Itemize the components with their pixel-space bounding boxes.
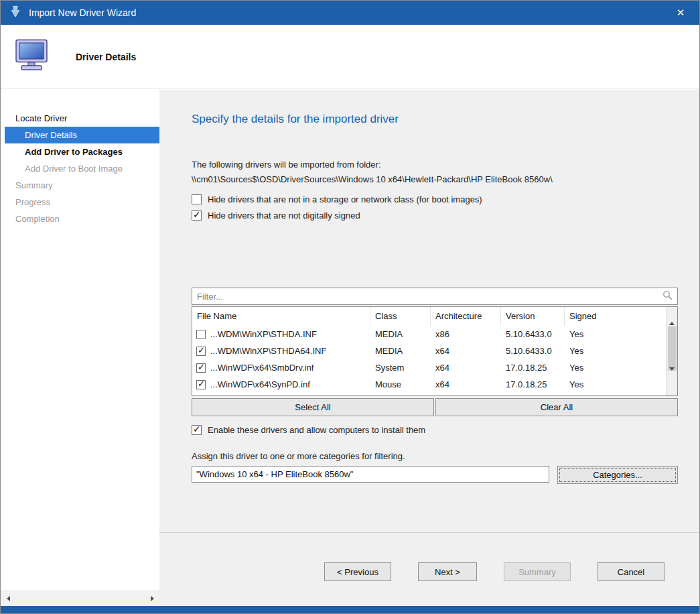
driver-row[interactable]: ...WinWDF\x64\SmbDrv.inf System x64 17.0… <box>192 359 666 376</box>
driver-file-name: ...WinWDF\x64\SmbDrv.inf <box>210 363 313 373</box>
driver-signed: Yes <box>565 363 666 373</box>
enable-drivers-checkbox[interactable] <box>192 425 202 435</box>
column-header-version[interactable]: Version <box>501 307 565 326</box>
driver-row-checkbox[interactable] <box>196 380 206 389</box>
driver-architecture: x64 <box>431 346 501 356</box>
enable-drivers-label: Enable these drivers and allow computers… <box>208 425 425 435</box>
wizard-header: Driver Details <box>1 25 699 89</box>
hide-unsigned-checkbox-row[interactable]: Hide drivers that are not digitally sign… <box>192 210 678 221</box>
categories-button[interactable]: Categories... <box>557 466 678 484</box>
driver-signed: Yes <box>565 329 666 339</box>
summary-button: Summary <box>504 562 571 581</box>
wizard-footer: < Previous Next > Summary Cancel <box>159 532 699 581</box>
close-icon[interactable]: ✕ <box>671 1 691 25</box>
select-all-button[interactable]: Select All <box>192 398 434 416</box>
hide-unsigned-label: Hide drivers that are not digitally sign… <box>208 210 360 221</box>
previous-button[interactable]: < Previous <box>324 562 391 581</box>
driver-class: MEDIA <box>370 346 431 356</box>
driver-row-checkbox[interactable] <box>196 330 206 339</box>
nav-item-progress: Progress <box>5 194 159 210</box>
driver-row[interactable]: ...WDM\WinXP\STHDA64.INF MEDIA x64 5.10.… <box>192 343 666 359</box>
driver-file-name: ...WDM\WinXP\STHDA.INF <box>210 329 317 339</box>
driver-class: System <box>370 363 431 373</box>
driver-architecture: x64 <box>431 363 501 373</box>
clear-all-button[interactable]: Clear All <box>435 398 678 416</box>
driver-architecture: x64 <box>431 379 501 389</box>
driver-class: MEDIA <box>370 329 431 339</box>
driver-row[interactable]: ...WinWDF\x64\SynPD.inf Mouse x64 17.0.1… <box>192 376 666 393</box>
scroll-left-icon[interactable] <box>1 591 15 606</box>
driver-list-header: File Name Class Architecture Version Sig… <box>192 307 666 326</box>
nav-item-locate-driver[interactable]: Locate Driver <box>5 110 159 127</box>
import-folder-path: \\cm01\Sources$\OSD\DriverSources\Window… <box>192 174 678 184</box>
filter-box[interactable] <box>192 288 678 305</box>
search-icon <box>662 290 673 303</box>
nav-item-add-driver-to-boot-image: Add Driver to Boot Image <box>5 160 159 177</box>
driver-class: Mouse <box>370 379 431 389</box>
title-bar: Import New Driver Wizard ✕ <box>1 1 699 25</box>
page-title: Driver Details <box>76 52 136 62</box>
hide-storage-network-label: Hide drivers that are not in a storage o… <box>208 194 482 204</box>
wizard-app-icon <box>9 5 21 20</box>
sidebar-horizontal-scrollbar[interactable] <box>1 591 159 606</box>
scroll-up-icon[interactable] <box>669 310 675 322</box>
window-bottom-accent <box>1 606 699 613</box>
column-header-signed[interactable]: Signed <box>565 307 666 326</box>
import-folder-label: The following drivers will be imported f… <box>192 160 678 170</box>
filter-input[interactable] <box>197 292 662 302</box>
driver-row-checkbox[interactable] <box>196 363 206 373</box>
page-heading: Specify the details for the imported dri… <box>192 113 678 126</box>
assign-category-label: Assign this driver to one or more catego… <box>192 451 678 461</box>
driver-version: 5.10.6433.0 <box>501 329 565 339</box>
nav-item-completion: Completion <box>5 210 159 227</box>
window-title: Import New Driver Wizard <box>29 7 136 18</box>
driver-signed: Yes <box>565 379 666 389</box>
driver-version: 17.0.18.25 <box>501 379 565 389</box>
driver-version: 5.10.6433.0 <box>501 346 565 356</box>
scroll-down-icon[interactable] <box>669 371 675 383</box>
column-header-file-name[interactable]: File Name <box>192 307 370 326</box>
driver-row[interactable]: ...WDM\WinXP\STHDA.INF MEDIA x86 5.10.64… <box>192 326 666 343</box>
wizard-nav-sidebar: Locate Driver Driver Details Add Driver … <box>1 90 159 591</box>
driver-file-name: ...WinWDF\x64\SynPD.inf <box>210 379 310 389</box>
nav-item-driver-details[interactable]: Driver Details <box>5 127 159 143</box>
hide-storage-network-checkbox[interactable] <box>192 194 202 204</box>
cancel-button[interactable]: Cancel <box>598 562 664 581</box>
enable-drivers-checkbox-row[interactable]: Enable these drivers and allow computers… <box>192 425 678 435</box>
driver-architecture: x86 <box>431 329 501 339</box>
driver-list-vertical-scrollbar[interactable] <box>666 307 677 395</box>
nav-item-add-driver-to-packages[interactable]: Add Driver to Packages <box>5 143 159 160</box>
scroll-right-icon[interactable] <box>145 591 159 606</box>
driver-row-checkbox[interactable] <box>196 347 206 356</box>
column-header-architecture[interactable]: Architecture <box>431 307 501 326</box>
main-panel: Specify the details for the imported dri… <box>159 90 699 605</box>
driver-list: File Name Class Architecture Version Sig… <box>192 306 678 396</box>
computer-monitor-icon <box>14 39 52 75</box>
nav-item-summary: Summary <box>5 177 159 194</box>
column-header-class[interactable]: Class <box>370 307 431 326</box>
scrollbar-thumb[interactable] <box>668 326 677 371</box>
driver-version: 17.0.18.25 <box>501 363 565 373</box>
driver-file-name: ...WDM\WinXP\STHDA64.INF <box>210 346 326 356</box>
next-button[interactable]: Next > <box>418 562 477 581</box>
hide-storage-network-checkbox-row[interactable]: Hide drivers that are not in a storage o… <box>192 194 678 204</box>
driver-signed: Yes <box>565 346 666 356</box>
category-input[interactable] <box>192 466 549 483</box>
hide-unsigned-checkbox[interactable] <box>192 210 202 221</box>
wizard-window: Import New Driver Wizard ✕ Driver Detail… <box>0 0 700 614</box>
